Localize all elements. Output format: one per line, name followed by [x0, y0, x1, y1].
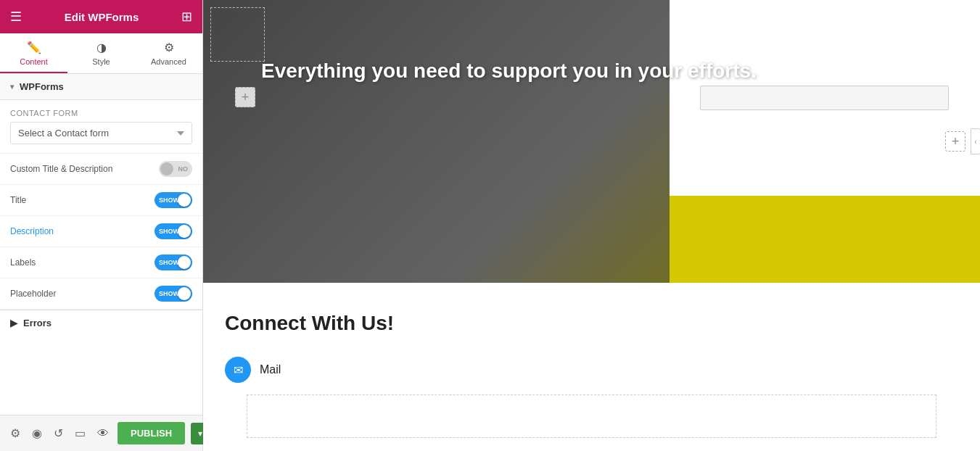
undo-icon[interactable]: ↺ — [51, 423, 66, 443]
wpforms-arrow-icon: ▾ — [10, 83, 14, 91]
tabs-bar: ✏️ Content ◑ Style ⚙ Advanced — [0, 33, 202, 74]
top-bar: ☰ Edit WPForms ⊞ — [0, 0, 202, 33]
mail-label: Mail — [260, 363, 281, 376]
hero-form-input-placeholder — [700, 86, 949, 110]
below-hero-section: Connect With Us! ✉ Mail — [203, 283, 980, 451]
layers-icon[interactable]: ◉ — [29, 423, 45, 443]
publish-button[interactable]: PUBLISH — [118, 422, 185, 444]
custom-title-toggle-text: NO — [178, 165, 189, 173]
placeholder-toggle[interactable]: SHOW — [155, 286, 192, 302]
title-toggle-thumb — [178, 194, 191, 207]
hamburger-icon[interactable]: ☰ — [10, 9, 22, 25]
settings-icon[interactable]: ⚙ — [7, 423, 23, 443]
left-panel: ☰ Edit WPForms ⊞ ✏️ Content ◑ Style ⚙ Ad… — [0, 0, 203, 451]
title-toggle[interactable]: SHOW — [155, 192, 192, 208]
errors-section-header[interactable]: ▶ Errors — [0, 310, 202, 336]
style-tab-icon: ◑ — [96, 41, 107, 54]
custom-title-row: Custom Title & Description NO — [0, 154, 202, 185]
tab-advanced[interactable]: ⚙ Advanced — [135, 33, 202, 73]
description-label: Description — [10, 226, 54, 236]
custom-title-toggle[interactable]: NO — [159, 161, 192, 177]
wpforms-section-header[interactable]: ▾ WPForms — [0, 74, 202, 100]
content-tab-icon: ✏️ — [27, 41, 41, 54]
errors-arrow-icon: ▶ — [10, 318, 17, 328]
labels-toggle-text: SHOW — [159, 259, 179, 266]
description-toggle-thumb — [178, 225, 191, 238]
hero-photo-overlay — [203, 0, 670, 283]
add-element-button-right[interactable]: + — [945, 131, 965, 152]
title-row: Title SHOW — [0, 185, 202, 216]
connect-title: Connect With Us! — [225, 312, 958, 335]
labels-row: Labels SHOW — [0, 247, 202, 278]
description-row: Description SHOW — [0, 216, 202, 247]
top-bar-title: Edit WPForms — [65, 11, 139, 23]
contact-form-label: Contact Form — [10, 109, 192, 117]
placeholder-label: Placeholder — [10, 289, 56, 299]
form-dashed-placeholder[interactable] — [247, 394, 936, 438]
title-label: Title — [10, 195, 26, 205]
tab-advanced-label: Advanced — [151, 57, 186, 66]
labels-label: Labels — [10, 257, 36, 268]
add-element-button-hero[interactable]: + — [235, 87, 255, 107]
hero-text: Everything you need to support you in yo… — [261, 58, 757, 84]
responsive-icon[interactable]: ▭ — [72, 423, 88, 443]
tab-style[interactable]: ◑ Style — [67, 33, 135, 73]
contact-form-select[interactable]: Select a Contact form — [10, 122, 192, 144]
tab-content[interactable]: ✏️ Content — [0, 33, 67, 73]
placeholder-toggle-thumb — [178, 287, 191, 300]
grid-icon[interactable]: ⊞ — [181, 9, 192, 25]
canvas: + Everything you need to support you in … — [203, 0, 980, 451]
errors-section-label: Errors — [23, 318, 52, 328]
description-toggle[interactable]: SHOW — [155, 223, 192, 239]
collapse-handle[interactable]: ‹ — [971, 128, 980, 154]
labels-toggle[interactable]: SHOW — [155, 255, 192, 270]
hero-section: + Everything you need to support you in … — [203, 0, 980, 283]
hero-form-area — [670, 0, 980, 196]
placeholder-row: Placeholder SHOW — [0, 278, 202, 310]
placeholder-toggle-text: SHOW — [159, 290, 179, 297]
mail-icon: ✉ — [225, 357, 251, 383]
custom-title-toggle-thumb — [160, 162, 173, 175]
advanced-tab-icon: ⚙ — [164, 41, 174, 54]
custom-title-label: Custom Title & Description — [10, 164, 112, 174]
labels-toggle-thumb — [178, 256, 191, 269]
preview-icon[interactable]: 👁 — [94, 424, 112, 443]
hero-image-area: + — [203, 0, 670, 283]
tab-style-label: Style — [92, 57, 110, 66]
title-toggle-text: SHOW — [159, 196, 179, 204]
contact-form-group: Contact Form Select a Contact form — [0, 100, 202, 154]
description-toggle-text: SHOW — [159, 228, 179, 235]
tab-content-label: Content — [20, 57, 48, 66]
panel-content: ▾ WPForms Contact Form Select a Contact … — [0, 74, 202, 415]
mail-row: ✉ Mail — [225, 357, 958, 383]
bottom-bar: ⚙ ◉ ↺ ▭ 👁 PUBLISH ▾ — [0, 415, 202, 451]
wpforms-section-label: WPForms — [20, 81, 64, 92]
